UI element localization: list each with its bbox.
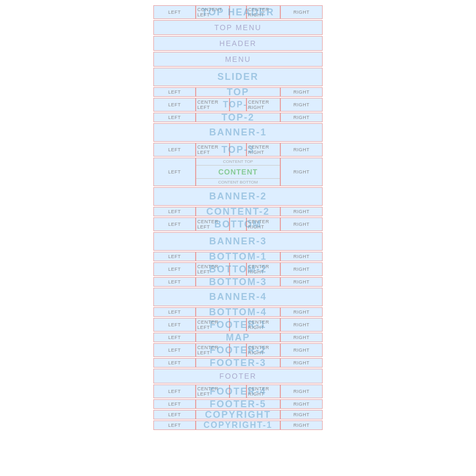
footer4-center <box>230 385 246 398</box>
footer3-row: LEFT RIGHT FOOTER-3 <box>153 358 323 368</box>
header-bar: HEADER <box>153 36 323 51</box>
content2-center <box>196 207 280 216</box>
footer3-right: RIGHT <box>280 358 323 368</box>
top-sub-row: LEFT CENTER LEFT CENTER RIGHT RIGHT TOP-… <box>153 98 323 112</box>
top-center: CENTER <box>196 87 280 97</box>
footer4-right: RIGHT <box>280 385 323 398</box>
top-header-center <box>230 5 246 19</box>
bottom1-right: RIGHT <box>280 252 323 261</box>
content2-row: LEFT RIGHT CONTENT-2 <box>153 207 323 216</box>
bottom1-left: LEFT <box>153 252 196 261</box>
banner2-bar: BANNER-2 <box>153 187 323 206</box>
bottom3-right: RIGHT <box>280 277 323 287</box>
map-left: LEFT <box>153 333 196 342</box>
banner3-bar: BANNER-3 <box>153 232 323 251</box>
copyright-left: LEFT <box>153 410 196 419</box>
footer2-left: LEFT <box>153 343 196 357</box>
top-header-center-right: CENTER RIGHT <box>246 5 280 19</box>
footer4-center-left: CENTER LEFT <box>196 385 230 398</box>
top3-center <box>230 143 246 157</box>
footer1-row: LEFT CENTER LEFT CENTER RIGHT RIGHT FOOT… <box>153 318 323 332</box>
footer2-row: LEFT CENTER LEFT CENTER RIGHT RIGHT FOOT… <box>153 343 323 357</box>
bottom2-left: LEFT <box>153 262 196 276</box>
top-header-row: LEFT CONTENT LEFT CENTER RIGHT RIGHT TOP… <box>153 5 323 19</box>
content-left: LEFT <box>153 158 196 186</box>
copyright1-right: RIGHT <box>280 420 323 430</box>
banner4-bar: BANNER-4 <box>153 288 323 306</box>
copyright-row: LEFT RIGHT COPYRIGHT <box>153 410 323 419</box>
footer2-center <box>230 343 246 357</box>
footer2-right: RIGHT <box>280 343 323 357</box>
top3-center-left: CENTER LEFT <box>196 143 230 157</box>
top2-left: LEFT <box>153 113 196 122</box>
bottom2-center <box>230 262 246 276</box>
footer2-center-right: CENTER RIGHT <box>246 343 280 357</box>
footer5-right: RIGHT <box>280 399 323 409</box>
top-header-left: LEFT <box>153 5 196 19</box>
content-bot-label: CONTENT BOTTOM <box>196 178 280 186</box>
bottom2-center-right: CENTER RIGHT <box>246 262 280 276</box>
top-row: LEFT CENTER RIGHT TOP <box>153 87 323 97</box>
copyright1-center <box>196 420 280 430</box>
top3-row: LEFT CENTER LEFT CENTER RIGHT RIGHT TOP-… <box>153 143 323 157</box>
footer1-right: RIGHT <box>280 318 323 332</box>
bottom-sub-center <box>230 217 246 231</box>
bottom4-row: LEFT RIGHT BOTTOM-4 <box>153 307 323 317</box>
slider-bar: SLIDER <box>153 68 323 86</box>
top2-right: RIGHT <box>280 113 323 122</box>
bottom3-left: LEFT <box>153 277 196 287</box>
top3-left: LEFT <box>153 143 196 157</box>
map-row: LEFT RIGHT MAP <box>153 333 323 342</box>
bottom1-center <box>196 252 280 261</box>
top2-center <box>196 113 280 122</box>
footer1-center-left: CENTER LEFT <box>196 318 230 332</box>
copyright-right: RIGHT <box>280 410 323 419</box>
footer5-left: LEFT <box>153 399 196 409</box>
footer-bar: FOOTER <box>153 369 323 383</box>
bottom-sub-row: LEFT CENTER LEFT CENTER RIGHT RIGHT BOTT… <box>153 217 323 231</box>
map-center <box>196 333 280 342</box>
content2-right: RIGHT <box>280 207 323 216</box>
footer5-center <box>196 399 280 409</box>
footer4-center-right: CENTER RIGHT <box>246 385 280 398</box>
footer1-left: LEFT <box>153 318 196 332</box>
bottom4-right: RIGHT <box>280 307 323 317</box>
footer3-center <box>196 358 280 368</box>
content-row: LEFT CONTENT TOP CONTENT CONTENT BOTTOM … <box>153 158 323 186</box>
top-sub-left: LEFT <box>153 98 196 112</box>
bottom3-center <box>196 277 280 287</box>
copyright-center <box>196 410 280 419</box>
top-sub-center <box>230 98 246 112</box>
top2-row: LEFT RIGHT TOP-2 <box>153 113 323 122</box>
top-menu-bar: TOP MENU <box>153 20 323 35</box>
bottom-sub-right: RIGHT <box>280 217 323 231</box>
bottom4-left: LEFT <box>153 307 196 317</box>
top-sub-right: RIGHT <box>280 98 323 112</box>
top-left: LEFT <box>153 87 196 97</box>
top-right: RIGHT <box>280 87 323 97</box>
bottom-sub-center-right: CENTER RIGHT <box>246 217 280 231</box>
footer2-center-left: CENTER LEFT <box>196 343 230 357</box>
footer1-center <box>230 318 246 332</box>
top-header-right: RIGHT <box>280 5 323 19</box>
banner1-bar: BANNER-1 <box>153 123 323 142</box>
content-right: RIGHT <box>280 158 323 186</box>
page-container: LEFT CONTENT LEFT CENTER RIGHT RIGHT TOP… <box>153 5 323 431</box>
top3-center-right: CENTER RIGHT <box>246 143 280 157</box>
map-right: RIGHT <box>280 333 323 342</box>
bottom2-center-left: CENTER LEFT <box>196 262 230 276</box>
top-sub-center-right: CENTER RIGHT <box>246 98 280 112</box>
footer4-row: LEFT CENTER LEFT CENTER RIGHT RIGHT FOOT… <box>153 385 323 398</box>
menu-bar: MENU <box>153 52 323 67</box>
bottom-sub-center-left: CENTER LEFT <box>196 217 230 231</box>
top-header-center-left: CONTENT LEFT <box>196 5 230 19</box>
bottom2-right: RIGHT <box>280 262 323 276</box>
bottom1-row: LEFT RIGHT BOTTOM-1 <box>153 252 323 261</box>
footer1-center-right: CENTER RIGHT <box>246 318 280 332</box>
bottom2-row: LEFT CENTER LEFT CENTER RIGHT RIGHT BOTT… <box>153 262 323 276</box>
content-box: CONTENT TOP CONTENT CONTENT BOTTOM <box>196 158 280 186</box>
bottom3-row: LEFT RIGHT BOTTOM-3 <box>153 277 323 287</box>
footer5-row: LEFT RIGHT FOOTER-5 <box>153 399 323 409</box>
bottom4-center <box>196 307 280 317</box>
content2-left: LEFT <box>153 207 196 216</box>
